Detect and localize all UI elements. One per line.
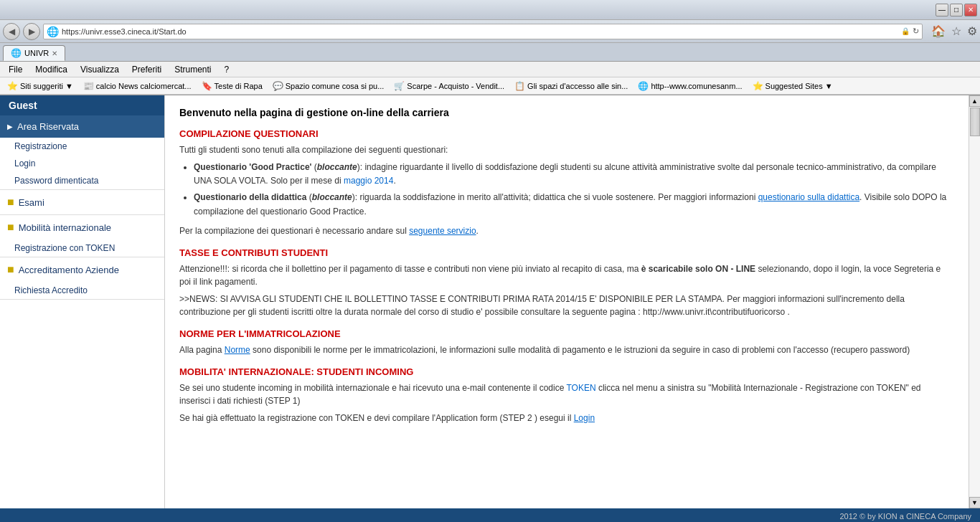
sidebar-section-esami: ■ Esami [0, 190, 164, 215]
title-bar-controls: — □ ✕ [936, 4, 977, 16]
close-button[interactable]: ✕ [964, 4, 977, 16]
scroll-down-button[interactable]: ▼ [969, 497, 981, 508]
sidebar: Guest ▶ Area Riservata Registrazione Log… [0, 95, 165, 508]
favorites-icon[interactable]: ☆ [951, 24, 961, 38]
bookmark-5[interactable]: 📋 Gli spazi d'accesso alle sin... [510, 80, 632, 92]
url-text: https://univr.esse3.cineca.it/Start.do [62, 27, 898, 36]
bullet-icon-esami: ■ [7, 196, 14, 209]
sidebar-item-token[interactable]: Registrazione con TOKEN [0, 239, 164, 257]
scroll-thumb[interactable] [970, 108, 980, 136]
lock-icon: 🔒 [901, 27, 910, 35]
bookmark-2[interactable]: 🔖 Teste di Rapa [197, 80, 267, 92]
list-item-good-practice: Questionario 'Good Practice' (bloccante)… [194, 161, 954, 188]
active-tab[interactable]: 🌐 UNIVR ✕ [3, 45, 65, 61]
menu-preferiti[interactable]: Preferiti [126, 63, 167, 76]
chevron-right-icon: ▶ [7, 123, 13, 130]
section-intro-questionari: Tutti gli studenti sono tenuti alla comp… [179, 143, 954, 156]
back-button[interactable]: ◀ [3, 23, 20, 40]
home-icon[interactable]: 🏠 [931, 24, 946, 38]
sidebar-section-area-riservata: ▶ Area Riservata Registrazione Login Pas… [0, 115, 164, 190]
sidebar-item-registrazione[interactable]: Registrazione [0, 138, 164, 155]
bookmark-4[interactable]: 🛒 Scarpe - Acquisto - Vendit... [390, 80, 509, 92]
link-questionario-didattica[interactable]: questionario sulla didattica [758, 192, 859, 202]
section-title-immatricolazione: NORME PER L'IMMATRICOLAZIONE [179, 328, 954, 339]
tab-bar: 🌐 UNIVR ✕ [0, 43, 980, 62]
bullet-bold-2: Questionario della didattica [194, 192, 306, 202]
section-title-questionari: COMPILAZIONE QUESTIONARI [179, 128, 954, 139]
footer: 2012 © by KION a CINECA Company [0, 508, 980, 522]
footer-text: 2012 © by KION a CINECA Company [839, 512, 971, 521]
section-text-tasse-1: Attenzione!!!: si ricorda che il bollett… [179, 262, 954, 288]
welcome-title: Benvenuto nella pagina di gestione on-li… [179, 107, 954, 118]
sidebar-label-esami: Esami [19, 197, 44, 208]
right-scrollbar[interactable]: ▲ ▼ [969, 95, 980, 508]
bullet-bloccante-1: bloccante [317, 162, 357, 172]
menu-file[interactable]: File [3, 63, 28, 76]
sidebar-header-area-riservata[interactable]: ▶ Area Riservata [0, 115, 164, 138]
minimize-button[interactable]: — [936, 4, 948, 16]
tab-icon: 🌐 [11, 48, 22, 58]
link-seguente-servizio[interactable]: seguente servizio [409, 226, 476, 236]
scroll-track [969, 107, 980, 497]
sidebar-label-accreditamento: Accreditamento Aziende [19, 265, 119, 275]
sidebar-header-accreditamento[interactable]: ■ Accreditamento Aziende [0, 257, 164, 282]
menu-help[interactable]: ? [219, 63, 235, 76]
title-bar: — □ ✕ [0, 0, 980, 20]
bullet-icon-mobilita: ■ [7, 221, 14, 234]
nav-icons: 🏠 ☆ ⚙ [931, 24, 977, 38]
menu-modifica[interactable]: Modifica [29, 63, 73, 76]
section-text-immatricolazione: Alla pagina Norme sono disponibili le no… [179, 343, 954, 356]
tab-label: UNIVR [24, 49, 49, 57]
bookmarks-bar: ⭐ Siti suggeriti ▼ 📰 calcio News calciom… [0, 77, 980, 95]
refresh-button[interactable]: ↻ [913, 27, 919, 36]
sidebar-item-accredito[interactable]: Richiesta Accredito [0, 282, 164, 299]
scroll-up-button[interactable]: ▲ [969, 95, 981, 107]
menu-strumenti[interactable]: Strumenti [169, 63, 217, 76]
section-title-mobilita-incoming: MOBILITA' INTERNAZIONALE: STUDENTI INCOM… [179, 366, 954, 377]
tools-icon[interactable]: ⚙ [967, 24, 977, 38]
browser-chrome: — □ ✕ ◀ ▶ 🌐 https://univr.esse3.cineca.i… [0, 0, 980, 95]
sidebar-item-password[interactable]: Password dimenticata [0, 172, 164, 189]
page-layout: Guest ▶ Area Riservata Registrazione Log… [0, 95, 980, 508]
bullet-bold-1: Questionario 'Good Practice' [194, 162, 311, 172]
nav-bar: ◀ ▶ 🌐 https://univr.esse3.cineca.it/Star… [0, 20, 980, 43]
sidebar-label-mobilita: Mobilità internazionale [19, 222, 111, 233]
sidebar-section-mobilita: ■ Mobilità internazionale Registrazione … [0, 215, 164, 257]
sidebar-section-accreditamento: ■ Accreditamento Aziende Richiesta Accre… [0, 257, 164, 300]
main-content: Benvenuto nella pagina di gestione on-li… [165, 95, 969, 508]
section-text-mobilita-1: Se sei uno studente incoming in mobilità… [179, 381, 954, 407]
sidebar-label-area-riservata: Area Riservata [17, 121, 79, 132]
link-login-mobilita[interactable]: Login [574, 413, 595, 423]
bookmark-6[interactable]: 🌐 http--www.comunesanm... [633, 80, 746, 92]
section-text-mobilita-2: Se hai già effettuato la registrazione c… [179, 412, 954, 424]
bookmark-7[interactable]: ⭐ Suggested Sites ▼ [748, 80, 837, 92]
list-item-didattica: Questionario della didattica (bloccante)… [194, 191, 954, 218]
bullet-bloccante-2: bloccante [312, 192, 352, 202]
menu-bar: File Modifica Visualizza Preferiti Strum… [0, 62, 980, 77]
sidebar-guest-label: Guest [0, 95, 164, 115]
bookmark-0[interactable]: ⭐ Siti suggeriti ▼ [3, 80, 77, 92]
section-title-tasse: TASSE E CONTRIBUTI STUDENTI [179, 247, 954, 258]
menu-visualizza[interactable]: Visualizza [75, 63, 125, 76]
browser-icon: 🌐 [47, 26, 59, 37]
section-footer-questionari: Per la compilazione dei questionari è ne… [179, 224, 954, 237]
sidebar-header-esami[interactable]: ■ Esami [0, 190, 164, 214]
forward-button[interactable]: ▶ [23, 23, 40, 40]
maximize-button[interactable]: □ [950, 4, 963, 16]
address-bar[interactable]: 🌐 https://univr.esse3.cineca.it/Start.do… [43, 24, 923, 39]
section-text-tasse-2: >>NEWS: SI AVVISA GLI STUDENTI CHE IL BO… [179, 293, 954, 318]
bullet-icon-accreditamento: ■ [7, 263, 14, 276]
bookmark-1[interactable]: 📰 calcio News calciomercat... [79, 80, 196, 92]
bookmark-3[interactable]: 💬 Spazio comune cosa si pu... [268, 80, 389, 92]
sidebar-item-login[interactable]: Login [0, 155, 164, 172]
bullet-list-questionari: Questionario 'Good Practice' (bloccante)… [194, 161, 954, 219]
link-norme[interactable]: Norme [225, 345, 250, 355]
tab-close-button[interactable]: ✕ [52, 49, 57, 57]
sidebar-header-mobilita[interactable]: ■ Mobilità internazionale [0, 215, 164, 239]
